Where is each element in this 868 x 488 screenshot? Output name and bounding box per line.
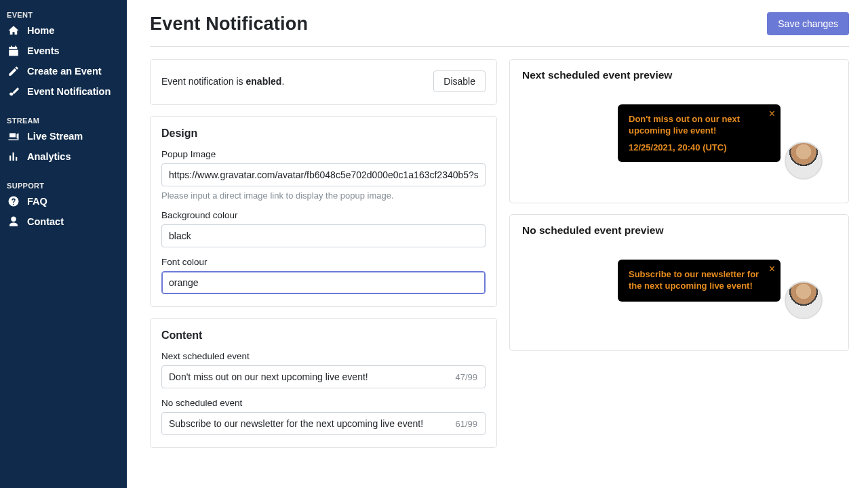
sidebar: EVENT Home Events Create an Event Event … bbox=[0, 0, 127, 488]
sidebar-item-label: Contact bbox=[27, 216, 64, 227]
preview-none-title: No scheduled event preview bbox=[522, 224, 836, 237]
status-text: Event notification is enabled. bbox=[161, 76, 284, 87]
sidebar-section-event: EVENT bbox=[0, 7, 127, 20]
popup-image-label: Popup Image bbox=[161, 149, 486, 159]
broadcast-icon bbox=[7, 129, 20, 143]
sidebar-item-label: Home bbox=[27, 25, 54, 36]
sidebar-item-home[interactable]: Home bbox=[0, 20, 127, 41]
preview-none-popup: × Subscribe to our newsletter for the ne… bbox=[618, 260, 781, 302]
page-title: Event Notification bbox=[150, 14, 308, 35]
preview-next-popup: × Don't miss out on our next upcoming li… bbox=[618, 104, 781, 162]
sidebar-item-label: Create an Event bbox=[27, 66, 102, 77]
font-colour-input[interactable] bbox=[161, 271, 486, 294]
popup-image-help: Please input a direct image link to disp… bbox=[161, 190, 486, 201]
bg-colour-label: Background colour bbox=[161, 210, 486, 220]
main: Event Notification Save changes Event no… bbox=[127, 0, 868, 488]
help-icon bbox=[7, 195, 20, 208]
next-event-label: Next scheduled event bbox=[161, 351, 486, 361]
avatar bbox=[785, 281, 823, 319]
sidebar-item-label: FAQ bbox=[27, 196, 47, 207]
preview-none-card: No scheduled event preview × Subscribe t… bbox=[509, 214, 849, 351]
preview-none-message: Subscribe to our newsletter for the next… bbox=[629, 269, 767, 292]
close-icon[interactable]: × bbox=[769, 108, 775, 119]
font-colour-label: Font colour bbox=[161, 257, 486, 267]
sidebar-section-support: SUPPORT bbox=[0, 178, 127, 191]
content-title: Content bbox=[161, 329, 486, 342]
preview-next-message: Don't miss out on our next upcoming live… bbox=[629, 114, 767, 137]
sidebar-item-faq[interactable]: FAQ bbox=[0, 191, 127, 211]
avatar bbox=[785, 142, 823, 180]
next-event-input[interactable] bbox=[161, 365, 486, 388]
status-card: Event notification is enabled. Disable bbox=[150, 59, 497, 105]
bg-colour-input[interactable] bbox=[161, 224, 486, 247]
design-card: Design Popup Image Please input a direct… bbox=[150, 116, 497, 307]
sidebar-item-events[interactable]: Events bbox=[0, 41, 127, 61]
divider bbox=[150, 46, 849, 47]
brush-icon bbox=[7, 85, 20, 98]
disable-button[interactable]: Disable bbox=[433, 70, 486, 92]
sidebar-item-analytics[interactable]: Analytics bbox=[0, 146, 127, 167]
content-card: Content Next scheduled event 47/99 No sc… bbox=[150, 318, 497, 448]
preview-next-title: Next scheduled event preview bbox=[522, 69, 836, 81]
sidebar-item-label: Event Notification bbox=[27, 86, 111, 97]
no-event-input[interactable] bbox=[161, 412, 486, 435]
sidebar-item-event-notification[interactable]: Event Notification bbox=[0, 81, 127, 102]
home-icon bbox=[7, 24, 20, 37]
popup-image-input[interactable] bbox=[161, 163, 486, 186]
sidebar-item-label: Events bbox=[27, 45, 60, 56]
sidebar-item-label: Analytics bbox=[27, 151, 71, 162]
sidebar-item-label: Live Stream bbox=[27, 131, 83, 142]
user-icon bbox=[7, 215, 20, 228]
sidebar-item-create-event[interactable]: Create an Event bbox=[0, 61, 127, 81]
save-button[interactable]: Save changes bbox=[767, 12, 849, 35]
sidebar-section-stream: STREAM bbox=[0, 113, 127, 126]
chart-icon bbox=[7, 150, 20, 163]
close-icon[interactable]: × bbox=[769, 264, 775, 274]
no-event-label: No scheduled event bbox=[161, 398, 486, 408]
calendar-icon bbox=[7, 44, 20, 58]
sidebar-item-live-stream[interactable]: Live Stream bbox=[0, 126, 127, 146]
preview-next-card: Next scheduled event preview × Don't mis… bbox=[509, 59, 849, 203]
edit-icon bbox=[7, 64, 20, 78]
preview-next-time: 12/25/2021, 20:40 (UTC) bbox=[629, 142, 767, 152]
design-title: Design bbox=[161, 127, 486, 140]
sidebar-item-contact[interactable]: Contact bbox=[0, 211, 127, 232]
